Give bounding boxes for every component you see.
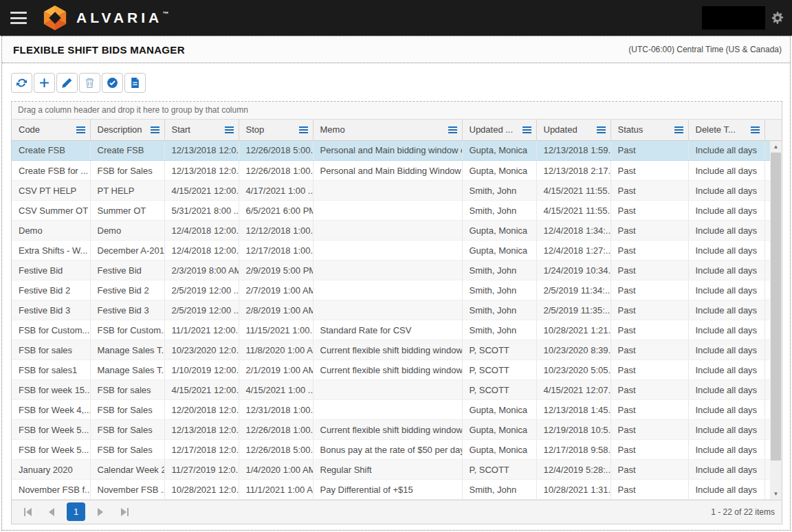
table-row[interactable]: DemoDemo12/4/2018 12:00...12/12/2018 1:0… (12, 221, 770, 241)
column-header-updated[interactable]: Updated ... (462, 120, 536, 140)
cell[interactable]: Past (610, 181, 688, 201)
cell[interactable]: 12/4/2018 1:34:... (536, 221, 610, 241)
cell[interactable]: Past (610, 261, 688, 280)
cell[interactable]: FSB for Custom... (90, 320, 164, 340)
report-button[interactable] (124, 73, 146, 93)
cell[interactable]: Include all days (688, 480, 764, 500)
cell[interactable]: 10/28/2021 12:0... (164, 480, 239, 500)
cell[interactable]: 12/26/2018 5:00... (239, 141, 313, 161)
table-row[interactable]: FSB for sales1Manage Sales T...1/10/2019… (12, 360, 770, 380)
cell[interactable]: CSV Summer OT (12, 201, 90, 221)
cell[interactable]: 12/20/2018 12:0... (164, 400, 239, 420)
cell[interactable]: 1/10/2019 12:00... (164, 360, 239, 380)
column-header-memo[interactable]: Memo (313, 120, 462, 140)
cell[interactable]: Festive Bid (90, 261, 164, 280)
table-row[interactable]: CSV PT HELPPT HELP4/15/2021 12:00...4/17… (12, 181, 770, 201)
cell[interactable]: 12/13/2018 1:59... (536, 141, 610, 161)
approve-button[interactable] (102, 73, 123, 93)
cell[interactable]: November FSB ... (90, 480, 164, 500)
cell[interactable]: Create FSB (90, 141, 164, 161)
column-menu-icon[interactable] (674, 126, 683, 133)
cell[interactable]: 4/15/2021 11:55... (536, 181, 610, 201)
cell[interactable]: 12/13/2018 12:0... (164, 420, 239, 440)
cell[interactable]: 4/15/2021 1:00 ... (239, 380, 313, 400)
cell[interactable]: 2/8/2019 1:00 AM (239, 300, 313, 320)
cell[interactable]: Past (610, 340, 688, 360)
cell[interactable]: 10/23/2020 8:39... (536, 340, 610, 360)
cell[interactable]: 12/17/2018 1:00... (239, 241, 313, 261)
cell[interactable]: Past (610, 201, 688, 221)
cell[interactable]: January 2020 (12, 460, 90, 480)
cell[interactable]: FSB for Week 5... (12, 420, 90, 440)
cell[interactable]: Include all days (688, 300, 764, 320)
cell[interactable]: 11/8/2020 1:00 AM (239, 340, 313, 360)
cell[interactable]: Include all days (688, 420, 764, 440)
cell[interactable]: Regular Shift (313, 460, 462, 480)
cell[interactable]: Festive Bid 2 (12, 280, 90, 300)
table-row[interactable]: FSB for week 15...FSB for sales4/15/2021… (12, 380, 770, 400)
cell[interactable]: Past (610, 420, 688, 440)
cell[interactable]: Manage Sales T... (90, 360, 164, 380)
scroll-down-icon[interactable]: ▼ (770, 488, 782, 500)
cell[interactable]: 2/5/2019 11:35:... (536, 300, 610, 320)
cell[interactable]: Smith, John (462, 280, 536, 300)
cell[interactable]: 11/1/2021 1:00 AM (239, 480, 313, 500)
cell[interactable]: 12/13/2018 2:17... (536, 161, 610, 181)
table-row[interactable]: November FSB f...November FSB ...10/28/2… (12, 480, 770, 500)
cell[interactable]: Include all days (688, 460, 764, 480)
cell[interactable]: Smith, John (462, 261, 536, 280)
cell[interactable]: Past (610, 141, 688, 161)
cell[interactable]: 6/5/2021 6:00 PM (239, 201, 313, 221)
cell[interactable]: 12/12/2018 1:00... (239, 221, 313, 241)
cell[interactable]: 1/24/2019 10:34... (536, 261, 610, 280)
cell[interactable]: Smith, John (462, 181, 536, 201)
cell[interactable]: 2/5/2019 11:34:... (536, 280, 610, 300)
cell[interactable]: Include all days (688, 181, 764, 201)
column-header-status[interactable]: Status (610, 120, 688, 140)
cell[interactable]: November FSB f... (12, 480, 90, 500)
cell[interactable]: Smith, John (462, 201, 536, 221)
column-menu-icon[interactable] (597, 126, 606, 133)
cell[interactable]: 11/15/2021 1:00... (239, 320, 313, 340)
table-row[interactable]: FSB for Week 4,...FSB for Sales12/20/201… (12, 400, 770, 420)
cell[interactable]: 12/19/2018 10:5... (536, 420, 610, 440)
column-header-description[interactable]: Description (90, 120, 164, 140)
cell[interactable]: Summer OT (90, 201, 164, 221)
cell[interactable]: Past (610, 480, 688, 500)
cell[interactable]: Demo (12, 221, 90, 241)
cell[interactable]: Past (610, 280, 688, 300)
column-menu-icon[interactable] (225, 126, 234, 133)
column-menu-icon[interactable] (448, 126, 457, 133)
cell[interactable]: Include all days (688, 400, 764, 420)
cell[interactable]: FSB for Sales (90, 440, 164, 460)
cell[interactable]: 12/4/2018 1:27:... (536, 241, 610, 261)
cell[interactable]: Past (610, 241, 688, 261)
cell[interactable]: 12/4/2019 5:28:... (536, 460, 610, 480)
table-row[interactable]: Festive BidFestive Bid2/3/2019 8:00 AM2/… (12, 261, 770, 280)
cell[interactable]: FSB for week 15... (12, 380, 90, 400)
cell[interactable]: Gupta, Monica (462, 221, 536, 241)
cell[interactable]: 12/4/2018 12:00... (164, 221, 239, 241)
table-row[interactable]: Create FSB for ...FSB for Sales12/13/201… (12, 161, 770, 181)
user-account-area[interactable] (702, 6, 765, 30)
table-row[interactable]: Extra Shifts - W...December A-201812/4/2… (12, 241, 770, 261)
cell[interactable]: Smith, John (462, 300, 536, 320)
column-menu-icon[interactable] (522, 126, 531, 133)
scroll-up-icon[interactable]: ▲ (770, 141, 782, 153)
cell[interactable]: Gupta, Monica (462, 141, 536, 161)
cell[interactable]: 12/26/2018 1:00... (239, 161, 313, 181)
cell[interactable]: 12/17/2018 9:58... (536, 440, 610, 460)
cell[interactable]: Past (610, 400, 688, 420)
table-row[interactable]: FSB for Week 5...FSB for Sales12/17/2018… (12, 440, 770, 460)
cell[interactable]: 10/23/2020 5:05... (536, 360, 610, 380)
cell[interactable]: Include all days (688, 221, 764, 241)
cell[interactable]: Past (610, 460, 688, 480)
column-menu-icon[interactable] (751, 126, 760, 133)
cell[interactable]: Past (610, 320, 688, 340)
cell[interactable]: Past (610, 221, 688, 241)
cell[interactable]: P, SCOTT (462, 460, 536, 480)
cell[interactable]: Festive Bid 3 (90, 300, 164, 320)
cell[interactable]: 12/13/2018 12:0... (164, 161, 239, 181)
table-row[interactable]: CSV Summer OTSummer OT5/31/2021 8:00 ...… (12, 201, 770, 221)
cell[interactable]: 4/15/2021 12:07... (536, 380, 610, 400)
